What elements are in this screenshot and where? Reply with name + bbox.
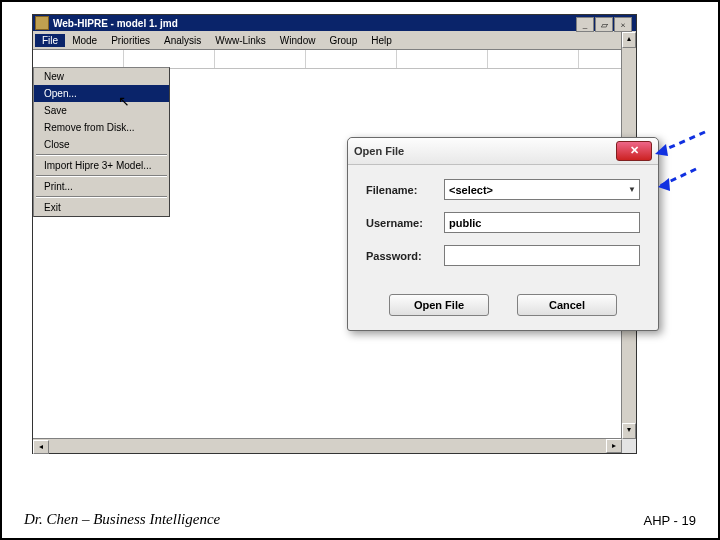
- menu-window[interactable]: Window: [273, 34, 323, 47]
- restore-button[interactable]: ▱: [595, 17, 613, 32]
- window-title: Web-HIPRE - model 1. jmd: [53, 18, 178, 29]
- footer-right: AHP - 19: [643, 513, 696, 528]
- dialog-titlebar: Open File ✕: [348, 138, 658, 165]
- username-label: Username:: [366, 217, 444, 229]
- menu-item-import[interactable]: Import Hipre 3+ Model...: [34, 157, 169, 174]
- menu-item-save[interactable]: Save: [34, 102, 169, 119]
- close-button[interactable]: ×: [614, 17, 632, 32]
- horizontal-scrollbar[interactable]: ◂ ▸: [33, 438, 622, 453]
- menu-item-print[interactable]: Print...: [34, 178, 169, 195]
- scroll-down-icon[interactable]: ▾: [622, 423, 636, 439]
- scroll-up-icon[interactable]: ▴: [622, 32, 636, 48]
- dialog-title: Open File: [354, 145, 404, 157]
- username-input[interactable]: public: [444, 212, 640, 233]
- cancel-button[interactable]: Cancel: [517, 294, 617, 316]
- menu-item-exit[interactable]: Exit: [34, 199, 169, 216]
- menu-item-open[interactable]: Open...: [34, 85, 169, 102]
- scroll-left-icon[interactable]: ◂: [33, 440, 49, 454]
- dialog-close-button[interactable]: ✕: [616, 141, 652, 161]
- menu-item-close[interactable]: Close: [34, 136, 169, 153]
- open-file-button[interactable]: Open File: [389, 294, 489, 316]
- menu-priorities[interactable]: Priorities: [104, 34, 157, 47]
- app-icon: [35, 16, 49, 30]
- menu-group[interactable]: Group: [322, 34, 364, 47]
- filename-label: Filename:: [366, 184, 444, 196]
- file-menu-dropdown: New Open... Save Remove from Disk... Clo…: [33, 67, 170, 217]
- annotation-arrow-2: [654, 167, 700, 191]
- menu-file[interactable]: File: [35, 34, 65, 47]
- open-file-dialog: Open File ✕ Filename: <select> Username:…: [347, 137, 659, 331]
- window-controls: _ ▱ ×: [575, 17, 632, 32]
- menu-analysis[interactable]: Analysis: [157, 34, 208, 47]
- svg-marker-1: [655, 144, 668, 156]
- password-label: Password:: [366, 250, 444, 262]
- minimize-button[interactable]: _: [576, 17, 594, 32]
- cursor-icon: ↖: [118, 93, 130, 109]
- scroll-right-icon[interactable]: ▸: [606, 439, 622, 453]
- password-input[interactable]: [444, 245, 640, 266]
- menu-mode[interactable]: Mode: [65, 34, 104, 47]
- menu-help[interactable]: Help: [364, 34, 399, 47]
- annotation-arrow-1: [650, 130, 710, 160]
- footer-left: Dr. Chen – Business Intelligence: [24, 511, 220, 528]
- menubar: File Mode Priorities Analysis Www-Links …: [33, 31, 636, 50]
- menu-item-new[interactable]: New: [34, 68, 169, 85]
- filename-select[interactable]: <select>: [444, 179, 640, 200]
- svg-marker-3: [658, 178, 670, 191]
- menu-wwwlinks[interactable]: Www-Links: [208, 34, 273, 47]
- titlebar: Web-HIPRE - model 1. jmd: [33, 15, 636, 31]
- menu-item-remove[interactable]: Remove from Disk...: [34, 119, 169, 136]
